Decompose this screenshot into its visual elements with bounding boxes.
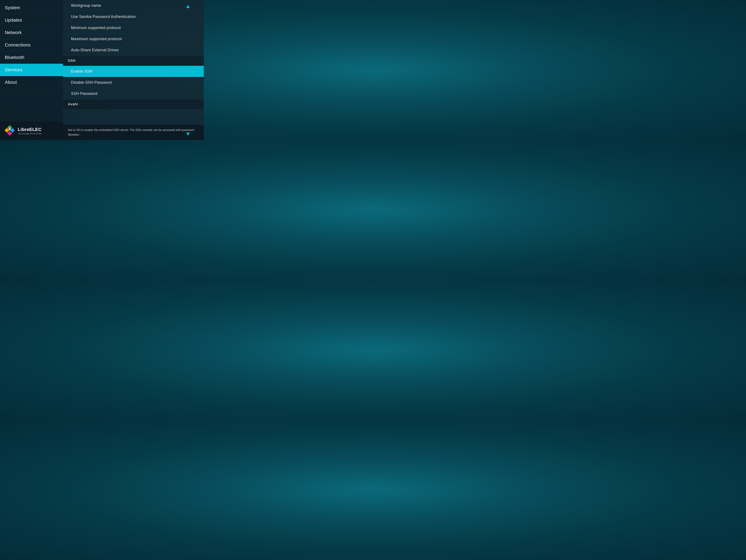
- sidebar-item-services[interactable]: Services: [0, 64, 63, 76]
- settings-item-disable-ssh-password[interactable]: Disable SSH Password: [63, 77, 204, 88]
- scroll-down-arrow[interactable]: ▼: [185, 131, 191, 137]
- sidebar-item-network[interactable]: Network: [0, 26, 63, 39]
- sidebar-logo: LibreELEC Just enough OS for KODI: [0, 122, 63, 140]
- section-header-avahi-header: Avahi: [63, 99, 204, 109]
- settings-item-auto-share[interactable]: Auto-Share External Drives: [63, 45, 204, 56]
- main-container: ▲ SystemUpdatesNetworkConnectionsBluetoo…: [0, 0, 204, 140]
- section-header-ssh-header: SSH: [63, 56, 204, 66]
- scroll-up-arrow[interactable]: ▲: [185, 3, 191, 9]
- settings-item-min-protocol[interactable]: Minimum supported protocol: [63, 22, 204, 33]
- settings-item-max-protocol[interactable]: Maximum supported protocol: [63, 33, 204, 45]
- sidebar-item-bluetooth[interactable]: Bluetooth: [0, 51, 63, 64]
- settings-item-ssh-password[interactable]: SSH Password: [63, 88, 204, 99]
- logo-tagline: Just enough OS for KODI: [18, 132, 41, 135]
- sidebar-item-system[interactable]: System: [0, 2, 63, 14]
- logo-name: LibreELEC: [18, 127, 41, 132]
- sidebar-item-about[interactable]: About: [0, 76, 63, 89]
- settings-item-workgroup-name[interactable]: Workgroup name: [63, 0, 204, 11]
- settings-item-enable-ssh[interactable]: Enable SSH: [63, 66, 204, 77]
- logo-text: LibreELEC Just enough OS for KODI: [18, 127, 41, 135]
- content-panel: Workgroup nameUse Samba Password Authent…: [63, 0, 204, 140]
- sidebar: SystemUpdatesNetworkConnectionsBluetooth…: [0, 0, 63, 140]
- settings-description: Set to ON to enable the embedded SSH ser…: [63, 125, 204, 140]
- sidebar-nav: SystemUpdatesNetworkConnectionsBluetooth…: [0, 0, 63, 89]
- logo-icon: [4, 125, 15, 137]
- settings-list: Workgroup nameUse Samba Password Authent…: [63, 0, 204, 125]
- sidebar-item-updates[interactable]: Updates: [0, 14, 63, 26]
- settings-item-samba-password[interactable]: Use Samba Password Authentication: [63, 11, 204, 22]
- sidebar-item-connections[interactable]: Connections: [0, 39, 63, 51]
